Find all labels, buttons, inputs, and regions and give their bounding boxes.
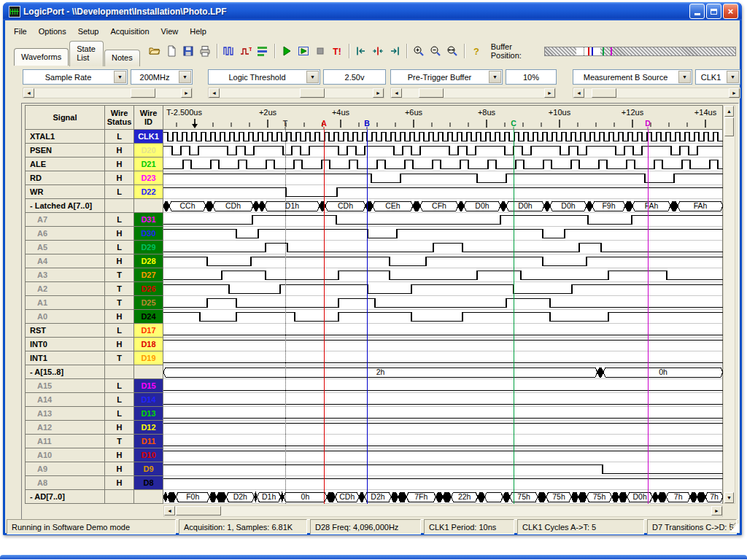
logic-threshold-scrollbar[interactable]: ◄► (208, 88, 384, 98)
signal-name-a4[interactable]: A4 (25, 254, 105, 268)
scroll-thumb[interactable] (300, 88, 325, 98)
signal-name-a11[interactable]: A11 (25, 435, 105, 448)
signal-name-a1[interactable]: A1 (25, 296, 105, 310)
measurement-b-source-value-combo[interactable]: CLK1▼ (695, 69, 740, 85)
signal-name-psen[interactable]: PSEN (25, 144, 105, 158)
signal-name-rst[interactable]: RST (25, 324, 105, 338)
scroll-up-arrow[interactable]: ▲ (724, 106, 734, 117)
chevron-down-icon[interactable]: ▼ (114, 71, 126, 83)
chevron-down-icon[interactable]: ▼ (489, 71, 501, 83)
menu-help[interactable]: Help (184, 26, 212, 37)
signal-name-ad70[interactable]: - AD[7..0] (25, 490, 105, 504)
trigger-now-icon[interactable]: T! (329, 43, 346, 59)
pre-trigger-buffer-scrollbar[interactable]: ◄► (390, 88, 556, 98)
resize-grip[interactable] (729, 523, 739, 532)
signal-name-a3[interactable]: A3 (25, 268, 105, 282)
scroll-thumb[interactable] (419, 88, 444, 98)
chevron-down-icon[interactable]: ▼ (179, 71, 191, 83)
menu-options[interactable]: Options (33, 26, 72, 37)
menu-view[interactable]: View (155, 26, 185, 37)
signal-name-xtal1[interactable]: XTAL1 (25, 130, 105, 144)
sample-rate-combo[interactable]: Sample Rate▼ (23, 69, 128, 85)
signal-name-wr[interactable]: WR (25, 185, 105, 199)
signal-name-a158[interactable]: - A[15..8] (25, 365, 105, 379)
scroll-right-arrow[interactable]: ► (729, 88, 740, 98)
logic-threshold-combo[interactable]: Logic Threshold▼ (208, 69, 320, 85)
scroll-left-arrow[interactable]: ◄ (23, 88, 34, 98)
save-icon[interactable] (180, 43, 197, 59)
signal-name-a6[interactable]: A6 (25, 227, 105, 241)
signal-name-a8[interactable]: A8 (25, 476, 105, 490)
scroll-thumb[interactable] (724, 117, 734, 136)
scroll-left-arrow[interactable]: ◄ (209, 88, 220, 98)
scroll-right-arrow[interactable]: ► (181, 88, 192, 98)
signal-name-a14[interactable]: A14 (25, 393, 105, 407)
logic-threshold-value-field[interactable]: 2.50v (323, 69, 386, 85)
scroll-left-arrow[interactable]: ◄ (164, 506, 175, 516)
signal-name-int0[interactable]: INT0 (25, 338, 105, 351)
new-file-icon[interactable] (163, 43, 180, 59)
scroll-thumb[interactable] (131, 88, 155, 98)
scroll-thumb[interactable] (176, 506, 221, 516)
signal-name-a15[interactable]: A15 (25, 379, 105, 393)
time-ruler[interactable]: T-2.500us+2us+4us+6us+8us+10us+12us+14us… (163, 105, 723, 130)
scroll-left-arrow[interactable]: ◄ (573, 88, 584, 98)
zoom-out-icon[interactable] (427, 43, 444, 59)
signal-name-a13[interactable]: A13 (25, 407, 105, 421)
buffer-position-bar[interactable] (544, 47, 736, 56)
measurement-b-source-scrollbar[interactable]: ◄► (573, 88, 740, 98)
single-acquisition-icon[interactable] (295, 43, 312, 59)
scroll-right-arrow[interactable]: ► (373, 88, 384, 98)
goto-trigger-icon[interactable] (370, 43, 387, 59)
signal-name-ale[interactable]: ALE (25, 158, 105, 171)
open-file-icon[interactable] (147, 43, 163, 59)
goto-start-icon[interactable] (353, 43, 370, 59)
help-icon[interactable]: ? (468, 43, 485, 59)
menu-acquisition[interactable]: Acquisition (104, 26, 155, 37)
chevron-down-icon[interactable]: ▼ (727, 71, 739, 83)
print-icon[interactable] (197, 43, 214, 59)
signal-name-latcheda70[interactable]: - Latched A[7..0] (25, 199, 105, 213)
signal-name-a9[interactable]: A9 (25, 462, 105, 476)
vertical-scrollbar[interactable]: ▲▼ (723, 105, 735, 504)
chevron-down-icon[interactable]: ▼ (306, 71, 319, 83)
menu-setup[interactable]: Setup (72, 26, 105, 37)
sample-rate-scrollbar[interactable]: ◄► (23, 88, 193, 98)
menu-file[interactable]: File (8, 26, 33, 37)
scroll-down-arrow[interactable]: ▼ (724, 492, 734, 503)
sample-rate-value-combo[interactable]: 200MHz▼ (131, 69, 193, 85)
pre-trigger-buffer-combo[interactable]: Pre-Trigger Buffer▼ (390, 69, 503, 85)
scroll-left-arrow[interactable]: ◄ (391, 88, 402, 98)
run-icon[interactable] (279, 43, 295, 59)
signal-name-a10[interactable]: A10 (25, 448, 105, 462)
tab-state-list[interactable]: State List (69, 41, 104, 66)
tab-waveforms[interactable]: Waveforms (14, 48, 69, 66)
scroll-right-arrow[interactable]: ► (544, 88, 555, 98)
measurement-b-source-combo[interactable]: Measurement B Source▼ (573, 69, 692, 85)
waveform-h-scrollbar[interactable]: ◄► (163, 505, 723, 517)
signal-name-a7[interactable]: A7 (25, 213, 105, 227)
chevron-down-icon[interactable]: ▼ (678, 71, 691, 83)
zoom-in-icon[interactable] (411, 43, 427, 59)
signal-name-a5[interactable]: A5 (25, 241, 105, 254)
goto-end-icon[interactable] (387, 43, 403, 59)
scroll-right-arrow[interactable]: ► (711, 506, 722, 516)
signal-name-a12[interactable]: A12 (25, 421, 105, 435)
zoom-all-icon[interactable] (444, 43, 461, 59)
signal-name-a0[interactable]: A0 (25, 310, 105, 324)
waveform-options-icon[interactable] (221, 43, 238, 59)
signal-name-rd[interactable]: RD (25, 171, 105, 185)
scroll-thumb[interactable] (592, 88, 616, 98)
pre-trigger-buffer-value-field[interactable]: 10% (506, 69, 557, 85)
minimize-button[interactable] (689, 4, 705, 19)
state-list-options-icon[interactable] (255, 43, 271, 59)
waveform-area[interactable]: CChCDhD1hCDhCEhCFhD0hD0hD0hF9hFAhFAh2h0h… (163, 130, 723, 504)
title-bar[interactable]: LogicPort - \\Development\Installation\P… (3, 2, 742, 20)
stop-icon[interactable] (312, 43, 329, 59)
close-button[interactable]: × (723, 4, 738, 19)
tab-notes[interactable]: Notes (104, 50, 140, 66)
signal-name-int1[interactable]: INT1 (25, 351, 105, 365)
trigger-options-icon[interactable]: T (238, 43, 255, 59)
maximize-button[interactable] (706, 4, 721, 19)
signal-name-a2[interactable]: A2 (25, 282, 105, 296)
